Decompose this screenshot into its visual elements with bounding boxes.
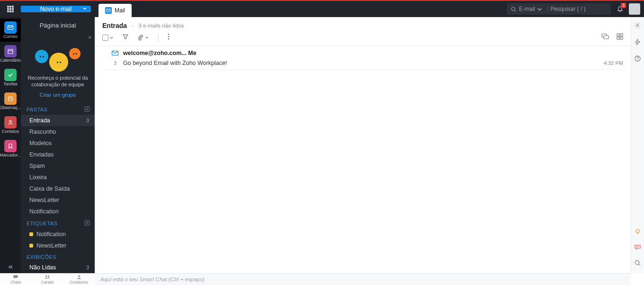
tag-notification[interactable]: Notification — [21, 229, 95, 240]
tab-mail[interactable]: Mail — [98, 4, 132, 17]
email-thread[interactable]: welcome@zoho.com... Me 3 Go beyond Email… — [95, 46, 631, 71]
add-tag-icon[interactable] — [84, 220, 90, 227]
tab-strip: Mail — [95, 1, 507, 17]
feedback-button[interactable] — [634, 244, 641, 253]
section-exibicoes: EXIBIÇÕES — [21, 251, 95, 262]
folder-entrada[interactable]: Entrada 3 — [21, 115, 95, 126]
bottom-tab-label: Contactos — [70, 280, 88, 285]
folder-label: Rascunho — [29, 129, 56, 135]
folder-caixa-saida[interactable]: Caixa de Saída — [21, 183, 95, 194]
view-nao-lidas[interactable]: Não Lidas 3 — [21, 262, 95, 273]
chat-bubble-icon — [13, 275, 18, 279]
folder-spam[interactable]: Spam — [21, 160, 95, 172]
svg-point-16 — [168, 34, 170, 35]
folder-enviadas[interactable]: Enviadas — [21, 149, 95, 160]
rail-observacoes[interactable]: Observaç... — [0, 90, 21, 113]
bottom-tab-contactos[interactable]: Contactos — [63, 274, 95, 285]
app-rail: Correio Calendário Tarefas Observaç... C… — [0, 17, 21, 273]
tasks-icon — [4, 69, 17, 81]
attachment-icon — [137, 34, 144, 41]
folder-label: Enviadas — [29, 151, 54, 158]
promo-box: × Reconheça o potencial da colaboração d… — [21, 34, 95, 103]
svg-point-18 — [168, 38, 170, 40]
svg-rect-4 — [8, 49, 13, 54]
rail-calendario[interactable]: Calendário — [0, 43, 21, 65]
smart-chat-input[interactable]: Aqui está o seu Smart Chat (Ctrl + espaç… — [95, 273, 631, 285]
conversation-icon — [601, 33, 609, 40]
email-subject-row: 3 Go beyond Email with Zoho Workplace! 4… — [102, 58, 623, 70]
smart-chat-placeholder: Aqui está o seu Smart Chat (Ctrl + espaç… — [100, 276, 205, 282]
toolbar-left: | — [102, 33, 170, 42]
bottom-tab-label: Canais — [41, 280, 54, 285]
search-icon — [510, 6, 517, 12]
layout-icon — [617, 33, 623, 40]
folder-rascunho[interactable]: Rascunho — [21, 126, 95, 138]
search-placeholder: Pesquisar ( / ) — [550, 6, 586, 12]
folder-label: Spam — [29, 163, 45, 169]
more-button[interactable] — [168, 33, 170, 42]
promo-illustration — [25, 38, 91, 72]
help-button[interactable] — [634, 55, 641, 64]
add-folder-icon[interactable] — [84, 106, 90, 113]
svg-point-36 — [48, 275, 49, 276]
bottom-tab-chats[interactable]: Chats — [0, 274, 32, 285]
rail-correio[interactable]: Correio — [0, 19, 21, 42]
header: Novo e-mail Mail E-mail | Pesquisar ( / … — [0, 1, 644, 17]
view-layout-button[interactable] — [617, 33, 623, 42]
tag-newsletter[interactable]: NewsLetter — [21, 240, 95, 251]
svg-line-2 — [515, 10, 516, 11]
svg-point-1 — [511, 7, 515, 10]
rail-contatos[interactable]: Contatos — [0, 114, 21, 137]
whats-new-button[interactable] — [634, 228, 641, 237]
section-label: ETIQUETAS — [27, 221, 57, 226]
section-etiquetas: ETIQUETAS — [21, 217, 95, 229]
notifications-button[interactable]: 3 — [613, 2, 627, 16]
bottom-tab-canais[interactable]: Canais — [32, 274, 63, 285]
svg-point-37 — [78, 275, 80, 277]
folder-newsletter[interactable]: NewsLetter — [21, 194, 95, 206]
view-conversation-button[interactable] — [601, 33, 609, 42]
svg-rect-21 — [617, 34, 619, 36]
chevron-down-icon — [109, 36, 114, 40]
new-email-button[interactable]: Novo e-mail — [21, 6, 91, 12]
rail-collapse-button[interactable] — [0, 261, 21, 273]
home-link[interactable]: Página inicial — [21, 17, 95, 34]
chat-icon — [634, 244, 641, 251]
settings-button[interactable] — [634, 22, 641, 31]
select-all-button[interactable] — [102, 35, 114, 41]
folder-modelos[interactable]: Modelos — [21, 138, 95, 149]
folder-notification[interactable]: Notification — [21, 206, 95, 217]
apps-grid-button[interactable] — [0, 1, 21, 17]
rail-label: Contatos — [2, 129, 19, 134]
filter-button[interactable] — [122, 33, 129, 42]
attachment-button[interactable] — [137, 34, 149, 41]
svg-rect-24 — [620, 37, 623, 39]
rail-tarefas[interactable]: Tarefas — [0, 66, 21, 89]
tag-label: NewsLetter — [36, 242, 66, 249]
folder-label: Entrada — [29, 117, 50, 124]
close-icon[interactable]: × — [88, 34, 92, 41]
view-label: Não Lidas — [29, 264, 56, 271]
svg-rect-22 — [620, 34, 623, 36]
unread-info: 3 e-mails não lidos — [138, 23, 184, 28]
bottom-tab-label: Chats — [10, 280, 21, 285]
avatar[interactable] — [629, 3, 640, 15]
chevron-down-icon — [82, 6, 87, 12]
notifications-badge: 3 — [621, 3, 626, 8]
search-separator: | — [547, 6, 548, 12]
promo-link[interactable]: Criar um grupo — [25, 92, 91, 98]
bookmarks-icon — [4, 140, 17, 152]
folder-lixeira[interactable]: Lixeira — [21, 172, 95, 183]
search-box[interactable]: E-mail | Pesquisar ( / ) — [507, 3, 611, 15]
sidebar: Página inicial × Reconheça o potencial d… — [21, 17, 95, 273]
crm-button[interactable] — [634, 38, 641, 47]
contacts-icon — [76, 275, 82, 279]
search-button[interactable] — [634, 259, 641, 268]
right-rail — [631, 17, 644, 273]
header-right: E-mail | Pesquisar ( / ) 3 — [507, 1, 644, 17]
promo-text: Reconheça o potencial da colaboração de … — [25, 74, 91, 88]
rail-marcadores[interactable]: Marcador... — [0, 138, 21, 160]
thread-count: 3 — [112, 60, 118, 66]
folder-label: Notification — [29, 208, 59, 215]
toolbar: | — [95, 31, 631, 46]
